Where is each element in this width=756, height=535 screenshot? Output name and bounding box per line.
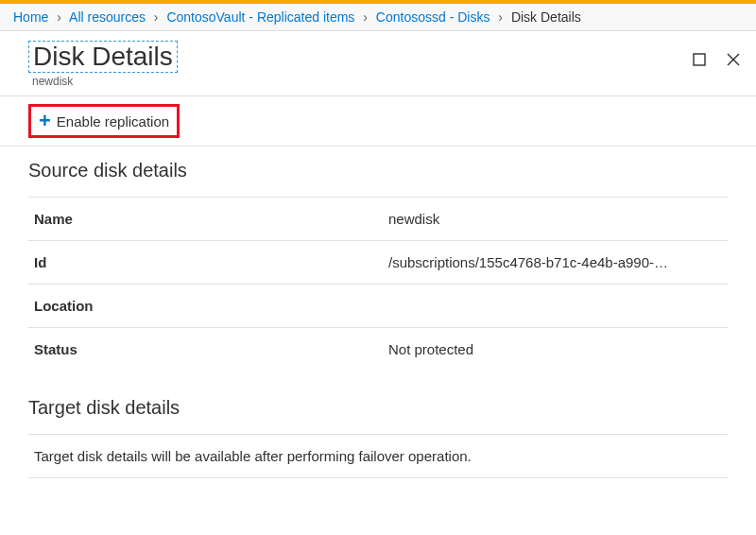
detail-label: Name: [34, 211, 388, 227]
plus-icon: +: [39, 111, 51, 131]
detail-value: Not protected: [388, 341, 722, 357]
chevron-right-icon: ›: [154, 9, 159, 25]
chevron-right-icon: ›: [363, 9, 368, 25]
page-title: Disk Details: [28, 41, 178, 73]
detail-label: Status: [34, 341, 388, 357]
breadcrumb: Home › All resources › ContosoVault - Re…: [0, 4, 756, 31]
detail-value: /subscriptions/155c4768-b71c-4e4b-a990-…: [388, 254, 722, 270]
detail-row-location: Location: [28, 284, 728, 327]
chevron-right-icon: ›: [57, 9, 61, 25]
detail-row-name: Name newdisk: [28, 197, 728, 240]
breadcrumb-all-resources[interactable]: All resources: [69, 9, 146, 25]
detail-label: Location: [34, 298, 388, 314]
restore-icon[interactable]: [690, 50, 709, 72]
enable-replication-label: Enable replication: [57, 113, 169, 129]
target-section-message: Target disk details will be available af…: [28, 434, 728, 478]
svg-rect-0: [694, 54, 705, 65]
blade-header: Disk Details newdisk: [0, 31, 756, 96]
detail-row-status: Status Not protected: [28, 327, 728, 371]
detail-value: [388, 298, 722, 314]
breadcrumb-vault[interactable]: ContosoVault - Replicated items: [166, 9, 354, 25]
detail-row-id: Id /subscriptions/155c4768-b71c-4e4b-a99…: [28, 240, 728, 284]
chevron-right-icon: ›: [498, 9, 503, 25]
detail-value: newdisk: [388, 211, 722, 227]
close-icon[interactable]: [724, 50, 743, 72]
command-bar: + Enable replication: [0, 96, 756, 147]
detail-label: Id: [34, 254, 388, 270]
page-subtitle: newdisk: [28, 75, 178, 88]
breadcrumb-current: Disk Details: [511, 9, 581, 25]
blade-content: Source disk details Name newdisk Id /sub…: [0, 147, 756, 492]
target-section-title: Target disk details: [28, 397, 728, 419]
source-section-title: Source disk details: [28, 160, 728, 181]
enable-replication-button[interactable]: + Enable replication: [28, 104, 180, 138]
breadcrumb-home[interactable]: Home: [13, 9, 48, 25]
breadcrumb-disks[interactable]: Contosossd - Disks: [376, 9, 490, 25]
